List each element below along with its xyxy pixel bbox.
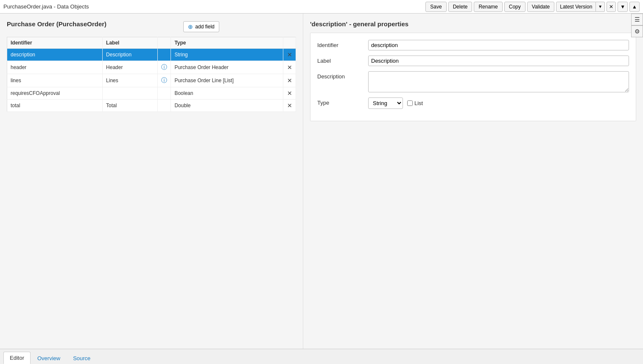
settings-button[interactable]: ⚙ [631, 25, 643, 37]
table-row[interactable]: linesLinesⓘPurchase Order Line [List]✕ [7, 74, 296, 87]
info-icon[interactable]: ⓘ [161, 64, 167, 70]
gear-icon: ⚙ [635, 28, 640, 35]
cell-info [158, 100, 171, 112]
col-type: Type [171, 37, 283, 49]
titlebar-buttons: Save Delete Rename Copy Validate Latest … [425, 2, 640, 12]
list-checkbox[interactable] [407, 100, 413, 106]
save-button[interactable]: Save [425, 2, 446, 12]
titlebar-title: PurchaseOrder.java - Data Objects [3, 3, 89, 10]
cell-delete[interactable]: ✕ [283, 74, 296, 87]
cell-identifier: lines [7, 74, 103, 87]
right-side-icons: ☰ ⚙ [631, 14, 643, 37]
list-label: List [414, 100, 423, 106]
identifier-label: Identifier [317, 40, 368, 48]
left-panel-title: Purchase Order (PurchaseOrder) [7, 20, 106, 28]
cell-type: Double [171, 100, 283, 112]
identifier-input[interactable] [368, 40, 629, 50]
table-row[interactable]: requiresCFOApprovalBoolean✕ [7, 87, 296, 100]
type-label: Type [317, 97, 368, 106]
delete-icon[interactable]: ✕ [287, 90, 292, 97]
cell-info[interactable]: ⓘ [158, 74, 171, 87]
cell-type: Boolean [171, 87, 283, 100]
cell-type: Purchase Order Line [List] [171, 74, 283, 87]
close-icon: ✕ [609, 4, 613, 10]
cell-type: Purchase Order Header [171, 61, 283, 74]
table-row[interactable]: headerHeaderⓘPurchase Order Header✕ [7, 61, 296, 74]
cell-identifier: requiresCFOApproval [7, 87, 103, 100]
description-row: Description [317, 71, 629, 92]
col-action [283, 37, 296, 49]
properties-panel: Identifier Label Description Type String… [310, 33, 636, 121]
tab-overview[interactable]: Overview [31, 353, 66, 364]
latest-version-arrow-button[interactable]: ▼ [596, 2, 605, 12]
cell-info[interactable]: ⓘ [158, 61, 171, 74]
delete-icon[interactable]: ✕ [287, 102, 292, 109]
validate-button[interactable]: Validate [527, 2, 554, 12]
titlebar: PurchaseOrder.java - Data Objects Save D… [0, 0, 643, 14]
rename-button[interactable]: Rename [474, 2, 502, 12]
sidebar-toggle-button[interactable]: ☰ [631, 14, 643, 25]
delete-icon[interactable]: ✕ [287, 77, 292, 84]
fields-table: Identifier Label Type descriptionDescrip… [7, 37, 296, 112]
description-label: Description [317, 71, 368, 80]
latest-version-button[interactable]: Latest Version [556, 2, 596, 12]
cell-delete[interactable]: ✕ [283, 61, 296, 74]
cell-type: String [171, 49, 283, 61]
label-input[interactable] [368, 56, 629, 66]
right-panel: 'description' - general properties Ident… [303, 14, 643, 349]
type-select[interactable]: String Integer Double Boolean Date Objec… [368, 97, 403, 109]
plus-circle-icon: ⊕ [188, 23, 193, 30]
main-content: Purchase Order (PurchaseOrder) ⊕ add fie… [0, 14, 643, 349]
cell-label: Lines [103, 74, 158, 87]
latest-version-dropdown: Latest Version ▼ [556, 2, 605, 12]
cell-identifier: header [7, 61, 103, 74]
cell-info [158, 87, 171, 100]
cell-label: Header [103, 61, 158, 74]
chevron-down-small-icon: ▼ [620, 4, 625, 10]
expand-icon: ▲ [632, 4, 637, 10]
tab-source[interactable]: Source [67, 353, 96, 364]
cell-delete[interactable]: ✕ [283, 49, 296, 61]
left-panel: Purchase Order (PurchaseOrder) ⊕ add fie… [0, 14, 303, 349]
panel-header: Purchase Order (PurchaseOrder) ⊕ add fie… [7, 20, 296, 33]
close-window-button[interactable]: ✕ [607, 2, 616, 12]
label-row: Label [317, 56, 629, 66]
tab-editor[interactable]: Editor [3, 352, 31, 364]
chevron-down-icon: ▼ [598, 4, 602, 9]
list-checkbox-group: List [407, 100, 423, 106]
minimize-button[interactable]: ▼ [618, 2, 628, 12]
description-input[interactable] [368, 71, 629, 92]
cell-label: Total [103, 100, 158, 112]
add-field-button[interactable]: ⊕ add field [183, 21, 219, 32]
delete-icon[interactable]: ✕ [287, 51, 292, 58]
cell-label: Description [103, 49, 158, 61]
cell-identifier: description [7, 49, 103, 61]
copy-button[interactable]: Copy [504, 2, 526, 12]
type-row: Type String Integer Double Boolean Date … [317, 97, 629, 109]
info-icon[interactable]: ⓘ [161, 77, 167, 83]
add-field-label: add field [195, 24, 214, 30]
bars-icon: ☰ [635, 16, 640, 23]
table-header-row: Identifier Label Type [7, 37, 296, 49]
cell-info [158, 49, 171, 61]
col-label: Label [103, 37, 158, 49]
right-panel-title: 'description' - general properties [310, 20, 636, 28]
type-controls: String Integer Double Boolean Date Objec… [368, 97, 423, 109]
cell-identifier: total [7, 100, 103, 112]
label-label: Label [317, 56, 368, 64]
delete-button[interactable]: Delete [448, 2, 472, 12]
cell-label [103, 87, 158, 100]
bottom-tabs: Editor Overview Source [0, 349, 643, 364]
cell-delete[interactable]: ✕ [283, 87, 296, 100]
identifier-row: Identifier [317, 40, 629, 50]
col-info [158, 37, 171, 49]
table-row[interactable]: totalTotalDouble✕ [7, 100, 296, 112]
table-row[interactable]: descriptionDescriptionString✕ [7, 49, 296, 61]
cell-delete[interactable]: ✕ [283, 100, 296, 112]
expand-button[interactable]: ▲ [629, 2, 640, 12]
delete-icon[interactable]: ✕ [287, 64, 292, 71]
col-identifier: Identifier [7, 37, 103, 49]
